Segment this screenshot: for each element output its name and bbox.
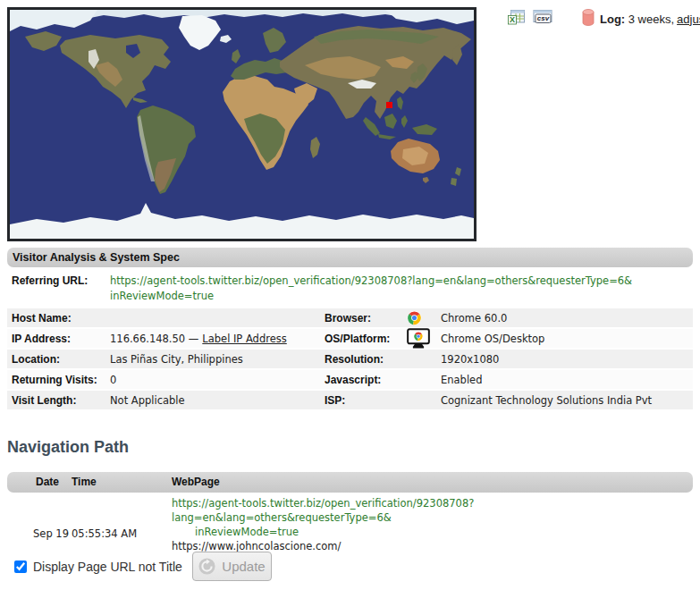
- browser-value: Chrome 60.0: [441, 312, 693, 324]
- export-toolbar: X csv Log: 3 weeks,adjust: [501, 9, 696, 29]
- world-map: [7, 7, 477, 241]
- resolution-label: Resolution:: [325, 353, 401, 366]
- label-ip-address-link[interactable]: Label IP Address: [202, 333, 286, 345]
- navigation-path-header: Date Time WebPage: [7, 472, 693, 493]
- world-map-image: [10, 10, 474, 239]
- svg-text:csv: csv: [537, 14, 550, 22]
- returning-visits-label: Returning Visits:: [7, 374, 110, 386]
- chrome-os-desktop-icon: [401, 328, 441, 349]
- column-header-webpage: WebPage: [172, 472, 220, 493]
- referring-url-link-line2[interactable]: inReviewMode=true: [110, 290, 214, 302]
- log-label: Log:: [600, 13, 625, 26]
- nav-entry-date: Sep 19: [33, 527, 69, 540]
- referring-url-link-line1[interactable]: https://agent-tools.twitter.biz/open_ver…: [110, 274, 632, 287]
- nav-referrer-link-line1[interactable]: https://agent-tools.twitter.biz/open_ver…: [172, 497, 474, 524]
- location-label: Location:: [7, 353, 110, 366]
- javascript-value: Enabled: [441, 374, 693, 386]
- column-header-date: Date: [36, 472, 59, 493]
- log-adjust-link[interactable]: adjust: [677, 13, 700, 26]
- svg-text:X: X: [510, 15, 515, 24]
- refresh-icon: [198, 558, 215, 575]
- referring-url-label: Referring URL:: [12, 274, 88, 287]
- spec-row-location-resolution: Location: Las Piñas City, Philippines Re…: [7, 350, 693, 368]
- referring-url-row: Referring URL: https://agent-tools.twitt…: [7, 268, 693, 308]
- host-name-label: Host Name:: [7, 312, 110, 324]
- os-platform-label: OS/Platform:: [325, 333, 401, 345]
- visit-length-label: Visit Length:: [7, 394, 110, 407]
- nav-referrer-link-line2[interactable]: inReviewMode=true: [195, 526, 299, 538]
- resolution-value: 1920x1080: [441, 353, 693, 366]
- update-button-label: Update: [222, 559, 265, 574]
- location-value: Las Piñas City, Philippines: [110, 353, 325, 366]
- spec-row-ip-os: IP Address: 116.66.148.50 —Label IP Addr…: [7, 329, 693, 348]
- ip-address-value: 116.66.148.50 —Label IP Address: [110, 333, 325, 345]
- spec-row-hostname-browser: Host Name: Browser: Chrome 60.0: [7, 308, 693, 327]
- visitor-analysis-header: Visitor Analysis & System Spec: [7, 248, 693, 267]
- log-status: Log: 3 weeks,adjust: [600, 13, 700, 26]
- navigation-path-title: Navigation Path: [7, 438, 129, 457]
- nav-entry-time: 05:55:34 AM: [72, 527, 137, 540]
- visitor-location-marker: [386, 102, 392, 108]
- navigation-path-row: https://agent-tools.twitter.biz/open_ver…: [7, 493, 693, 547]
- column-header-time: Time: [72, 472, 97, 493]
- webpage-cell: https://agent-tools.twitter.biz/open_ver…: [172, 496, 688, 553]
- update-button[interactable]: Update: [192, 552, 272, 581]
- isp-label: ISP:: [325, 394, 401, 407]
- spec-row-visitlength-isp: Visit Length: Not Applicable ISP: Cogniz…: [7, 391, 693, 409]
- chrome-icon: [401, 310, 441, 325]
- display-url-checkbox[interactable]: [14, 560, 27, 573]
- ip-address-number: 116.66.148.50 —: [110, 333, 198, 345]
- display-url-checkbox-label: Display Page URL not Title: [33, 560, 182, 574]
- isp-value: Cognizant Technology Solutions India Pvt: [441, 394, 693, 407]
- log-value: 3 weeks,: [628, 13, 674, 26]
- excel-export-icon[interactable]: X: [508, 10, 525, 29]
- browser-label: Browser:: [325, 312, 401, 324]
- log-database-icon: [582, 9, 595, 30]
- system-spec-table: Host Name: Browser: Chrome 60.0 IP Addre…: [7, 308, 693, 411]
- referring-url-value: https://agent-tools.twitter.biz/open_ver…: [110, 274, 687, 304]
- returning-visits-value: 0: [110, 374, 325, 386]
- bottom-controls: Display Page URL not Title Update: [7, 552, 365, 584]
- os-platform-value: Chrome OS/Desktop: [441, 333, 693, 345]
- ip-address-label: IP Address:: [7, 333, 110, 345]
- javascript-label: Javascript:: [325, 374, 401, 386]
- visit-length-value: Not Applicable: [110, 394, 325, 407]
- spec-row-returning-javascript: Returning Visits: 0 Javascript: Enabled: [7, 370, 693, 389]
- csv-export-icon[interactable]: csv: [533, 10, 552, 28]
